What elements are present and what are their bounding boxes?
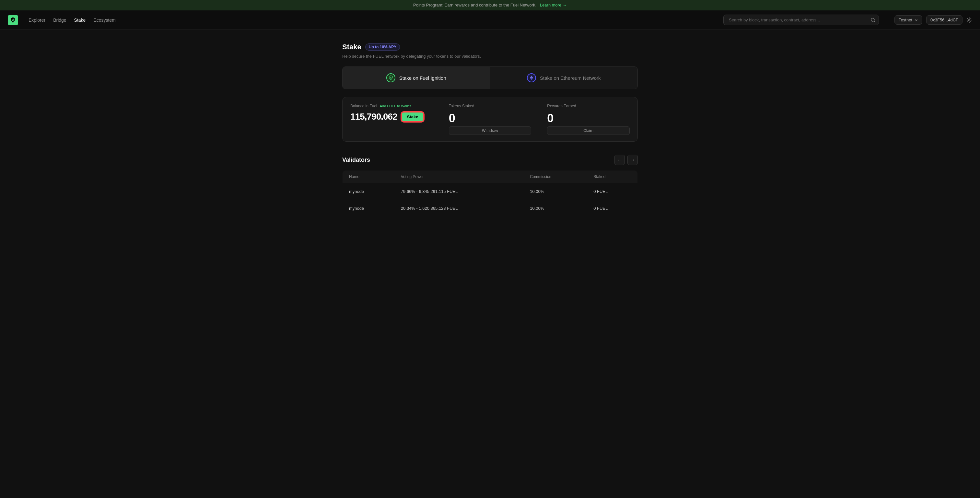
balance-row: 115,790.062 Stake xyxy=(350,112,433,122)
tab-fuel-label: Stake on Fuel Ignition xyxy=(399,75,446,81)
network-button[interactable]: Testnet xyxy=(894,15,922,25)
balance-value: 115,790.062 xyxy=(350,112,397,122)
page-title: Stake xyxy=(342,43,361,51)
wallet-button[interactable]: 0x3F56...4dCF xyxy=(926,15,963,25)
stake-subtitle: Help secure the FUEL network by delegati… xyxy=(342,54,638,59)
nav-stake[interactable]: Stake xyxy=(74,16,86,24)
rewards-section: Rewards Earned 0 Claim xyxy=(539,97,638,141)
tokens-staked-label: Tokens Staked xyxy=(449,104,531,108)
validator-commission: 10.00% xyxy=(523,200,587,217)
validators-table: Name Voting Power Commission Staked myno… xyxy=(342,170,638,217)
claim-button[interactable]: Claim xyxy=(547,126,630,135)
table-header: Name Voting Power Commission Staked xyxy=(342,171,638,183)
balance-section: Balance in Fuel Add FUEL to Wallet 115,7… xyxy=(342,97,441,141)
validator-voting-power: 20.34% - 1,620,365.123 FUEL xyxy=(395,200,523,217)
svg-line-1 xyxy=(874,21,875,22)
pagination-controls: ← → xyxy=(614,155,638,165)
validator-staked: 0 FUEL xyxy=(587,200,638,217)
wallet-address: 0x3F56...4dCF xyxy=(931,18,958,22)
col-name: Name xyxy=(342,171,395,183)
search-input[interactable] xyxy=(723,14,879,25)
stake-button[interactable]: Stake xyxy=(401,112,424,122)
withdraw-button[interactable]: Withdraw xyxy=(449,126,531,135)
navbar-right: Testnet 0x3F56...4dCF xyxy=(894,15,972,25)
tokens-staked-section: Tokens Staked 0 Withdraw xyxy=(441,97,539,141)
col-staked: Staked xyxy=(587,171,638,183)
validators-title: Validators xyxy=(342,156,370,163)
table-row[interactable]: mynode 20.34% - 1,620,365.123 FUEL 10.00… xyxy=(342,200,638,217)
banner-link[interactable]: Learn more → xyxy=(540,3,567,8)
tokens-staked-value: 0 xyxy=(449,112,531,125)
search-button[interactable] xyxy=(870,18,876,23)
network-tabs: Stake on Fuel Ignition Stake on Ethereum… xyxy=(342,67,638,89)
col-commission: Commission xyxy=(523,171,587,183)
tab-ethereum-label: Stake on Ethereum Network xyxy=(540,75,601,81)
main-content: Stake Up to 10% APY Help secure the FUEL… xyxy=(334,30,646,230)
balance-label: Balance in Fuel Add FUEL to Wallet xyxy=(350,104,433,108)
search-bar xyxy=(723,14,879,25)
validators-header: Validators ← → xyxy=(342,155,638,165)
navbar: Explorer Bridge Stake Ecosystem Testnet … xyxy=(0,10,980,30)
apy-badge: Up to 10% APY xyxy=(365,43,400,51)
table-row[interactable]: mynode 79.66% - 6,345,291.115 FUEL 10.00… xyxy=(342,183,638,200)
balance-card: Balance in Fuel Add FUEL to Wallet 115,7… xyxy=(342,97,638,142)
nav-links: Explorer Bridge Stake Ecosystem xyxy=(29,16,116,24)
col-voting-power: Voting Power xyxy=(395,171,523,183)
logo-icon xyxy=(8,15,18,25)
add-fuel-link[interactable]: Add FUEL to Wallet xyxy=(380,104,411,108)
nav-ecosystem[interactable]: Ecosystem xyxy=(93,16,115,24)
tab-ethereum[interactable]: Stake on Ethereum Network xyxy=(490,67,638,89)
rewards-label: Rewards Earned xyxy=(547,104,630,108)
prev-page-button[interactable]: ← xyxy=(614,155,625,165)
tab-fuel-ignition[interactable]: Stake on Fuel Ignition xyxy=(342,67,490,89)
logo xyxy=(8,15,18,25)
validator-voting-power: 79.66% - 6,345,291.115 FUEL xyxy=(395,183,523,200)
validator-staked: 0 FUEL xyxy=(587,183,638,200)
svg-point-2 xyxy=(969,19,970,21)
fuel-icon xyxy=(386,73,395,82)
nav-explorer[interactable]: Explorer xyxy=(29,16,45,24)
network-label: Testnet xyxy=(899,18,912,22)
validator-name: mynode xyxy=(342,200,395,217)
validator-commission: 10.00% xyxy=(523,183,587,200)
validator-name: mynode xyxy=(342,183,395,200)
banner-text: Points Program: Earn rewards and contrib… xyxy=(413,3,536,8)
nav-bridge[interactable]: Bridge xyxy=(53,16,66,24)
top-banner: Points Program: Earn rewards and contrib… xyxy=(0,0,980,10)
table-body: mynode 79.66% - 6,345,291.115 FUEL 10.00… xyxy=(342,183,638,217)
next-page-button[interactable]: → xyxy=(627,155,638,165)
stake-header: Stake Up to 10% APY xyxy=(342,43,638,51)
rewards-value: 0 xyxy=(547,112,630,125)
settings-button[interactable] xyxy=(966,17,972,23)
eth-icon xyxy=(527,73,536,82)
